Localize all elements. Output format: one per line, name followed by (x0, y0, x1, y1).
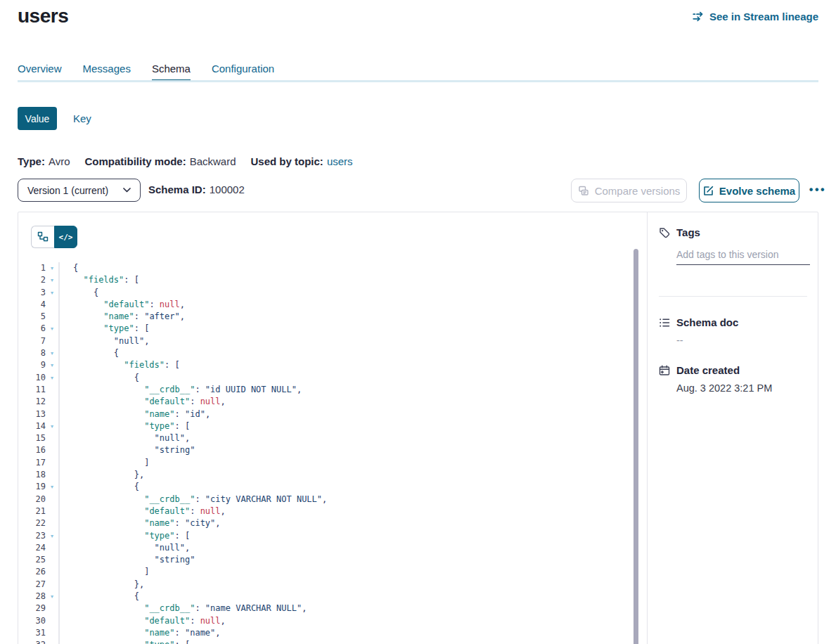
value-toggle-button[interactable]: Value (18, 107, 57, 130)
line-number: 13 (18, 408, 46, 420)
schema-page: users See in Stream lineage Overview Mes… (0, 0, 836, 644)
fold-toggle-icon[interactable]: ▾ (48, 372, 56, 384)
line-number: 32 (18, 639, 46, 644)
tags-heading: Tags (676, 226, 700, 238)
used-by-topic-field: Used by topic:users (251, 155, 353, 167)
fold-toggle-icon (48, 517, 56, 529)
fold-toggle-icon (48, 542, 56, 554)
tags-section: Tags (659, 226, 807, 265)
fold-toggle-icon (48, 408, 56, 420)
fold-toggle-icon (48, 615, 56, 627)
schema-detail-panel: </> 1▾{2▾ "fields": [3▾ {4 "default": nu… (18, 212, 818, 644)
calendar-plus-icon (659, 365, 670, 376)
code-line: 32▾ "type": [ (18, 639, 640, 644)
fold-toggle-icon (48, 444, 56, 456)
code-line: 16 "string" (18, 444, 640, 456)
fold-toggle-icon[interactable]: ▾ (48, 591, 56, 603)
code-line: 24 "null", (18, 542, 640, 554)
schema-meta-row: Type:Avro Compatibility mode:Backward Us… (18, 155, 353, 167)
tab-messages[interactable]: Messages (83, 63, 131, 82)
stream-lineage-icon (693, 11, 705, 22)
code-line: 29 "__crdb__": "name VARCHAR NULL", (18, 603, 640, 614)
code-line: 1▾{ (18, 262, 640, 274)
fold-toggle-icon[interactable]: ▾ (48, 262, 56, 274)
schema-id-field: Schema ID:100002 (148, 183, 245, 195)
schema-id-label: Schema ID: (148, 183, 206, 195)
tree-view-button[interactable] (31, 226, 54, 248)
stream-lineage-link[interactable]: See in Stream lineage (693, 11, 818, 22)
code-line: 7 "null", (18, 335, 640, 347)
line-number: 5 (18, 311, 46, 323)
code-line: 31 "name": "name", (18, 627, 640, 639)
line-number: 25 (18, 554, 46, 566)
fold-toggle-icon[interactable]: ▾ (48, 359, 56, 371)
date-created-value: Aug. 3 2022 3:21 PM (676, 382, 807, 394)
code-line: 22 "name": "city", (18, 517, 640, 529)
schema-code-editor: </> 1▾{2▾ "fields": [3▾ {4 "default": nu… (18, 212, 647, 644)
schema-json-code: 1▾{2▾ "fields": [3▾ {4 "default": null,5… (18, 262, 640, 644)
tree-view-icon (37, 231, 49, 243)
schema-doc-heading-row: Schema doc (659, 316, 807, 328)
fold-toggle-icon[interactable]: ▾ (48, 420, 56, 432)
line-number: 16 (18, 444, 46, 456)
line-number: 7 (18, 335, 46, 347)
topic-link[interactable]: users (327, 155, 353, 167)
fold-toggle-icon (48, 299, 56, 311)
fold-toggle-icon[interactable]: ▾ (48, 323, 56, 335)
compatibility-field: Compatibility mode:Backward (84, 155, 236, 167)
line-number: 2 (18, 274, 46, 286)
evolve-schema-button[interactable]: Evolve schema (699, 179, 799, 202)
code-line: 18 }, (18, 469, 640, 481)
line-number: 10 (18, 372, 46, 384)
fold-toggle-icon (48, 579, 56, 591)
line-number: 1 (18, 262, 46, 274)
code-line: 28▾ { (18, 591, 640, 603)
date-created-section: Date created Aug. 3 2022 3:21 PM (659, 364, 807, 394)
schema-doc-value: -- (676, 335, 807, 346)
fold-toggle-icon (48, 396, 56, 408)
line-number: 11 (18, 384, 46, 396)
more-options-button[interactable]: ••• (803, 177, 832, 202)
line-number: 18 (18, 469, 46, 481)
fold-toggle-icon[interactable]: ▾ (48, 481, 56, 493)
evolve-schema-label: Evolve schema (719, 185, 795, 197)
code-line: 5 "name": "after", (18, 311, 640, 323)
fold-toggle-icon (48, 432, 56, 444)
fold-toggle-icon[interactable]: ▾ (48, 530, 56, 542)
compare-versions-icon (578, 186, 589, 196)
line-number: 15 (18, 432, 46, 444)
tab-schema[interactable]: Schema (152, 63, 191, 82)
fold-toggle-icon[interactable]: ▾ (48, 347, 56, 359)
fold-toggle-icon (48, 384, 56, 396)
compare-versions-button[interactable]: Compare versions (571, 179, 687, 202)
fold-toggle-icon[interactable]: ▾ (48, 287, 56, 299)
line-number: 4 (18, 299, 46, 311)
line-number: 30 (18, 615, 46, 627)
line-number: 17 (18, 457, 46, 469)
code-line: 25 "string" (18, 554, 640, 566)
add-tags-input[interactable] (676, 247, 810, 265)
compatibility-value: Backward (190, 155, 236, 167)
editor-scrollbar[interactable] (634, 249, 638, 644)
tab-overview[interactable]: Overview (18, 63, 62, 82)
line-number: 14 (18, 420, 46, 432)
schema-doc-section: Schema doc -- (659, 316, 807, 346)
version-select[interactable]: Version 1 (current) (18, 179, 141, 202)
date-created-heading-row: Date created (659, 364, 807, 376)
key-toggle-button[interactable]: Key (73, 112, 91, 124)
line-number: 21 (18, 505, 46, 517)
fold-toggle-icon (48, 627, 56, 639)
tab-configuration[interactable]: Configuration (212, 63, 274, 82)
fold-toggle-icon[interactable]: ▾ (48, 639, 56, 644)
line-number: 31 (18, 627, 46, 639)
code-line: 26 ] (18, 566, 640, 578)
fold-toggle-icon (48, 469, 56, 481)
fold-toggle-icon[interactable]: ▾ (48, 274, 56, 286)
code-line: 20 "__crdb__": "city VARCHAR NOT NULL", (18, 494, 640, 505)
line-number: 20 (18, 494, 46, 505)
used-by-topic-label: Used by topic: (251, 155, 323, 167)
evolve-schema-icon (703, 186, 714, 196)
type-value: Avro (49, 155, 70, 167)
code-view-button[interactable]: </> (54, 226, 77, 248)
type-label: Type: (18, 155, 45, 167)
